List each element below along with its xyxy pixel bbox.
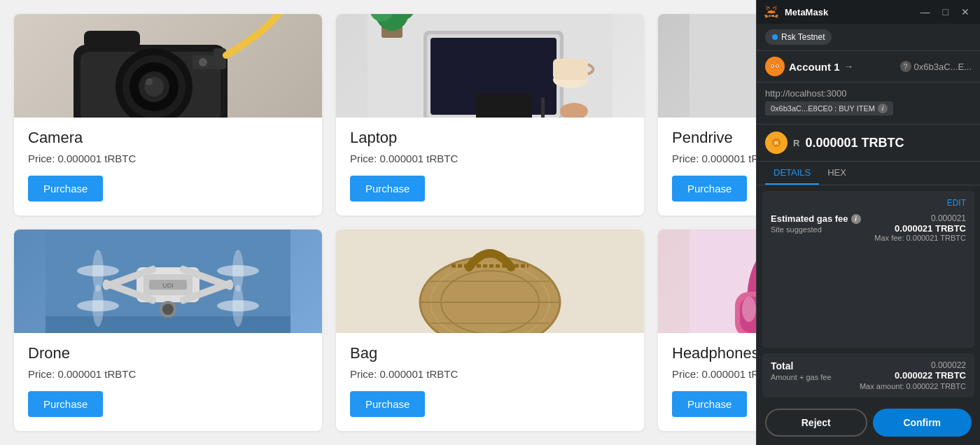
product-info-laptop: Laptop Price: 0.000001 tRBTC Purchase (336, 118, 644, 216)
product-name-drone: Drone (28, 344, 308, 362)
svg-rect-35 (46, 316, 290, 333)
svg-point-49 (232, 285, 244, 327)
svg-point-47 (92, 285, 104, 327)
product-card-camera: Camera Price: 0.000001 tRBTC Purchase (14, 14, 322, 216)
network-label: Rsk Testnet (781, 32, 825, 42)
svg-marker-72 (774, 15, 778, 17)
contract-info-icon: i (878, 104, 888, 113)
gas-fee-label: Estimated gas fee i (771, 213, 861, 224)
svg-marker-77 (771, 15, 774, 17)
account-name: Account 1 (789, 61, 840, 73)
confirm-button[interactable]: Confirm (873, 409, 972, 437)
svg-rect-23 (476, 94, 532, 118)
product-card-bag: Bag Price: 0.000001 tRBTC Purchase (336, 229, 644, 431)
svg-text:UDI: UDI (162, 282, 174, 289)
metamask-logo-icon (764, 4, 779, 20)
product-card-drone: UDI Drone Price: 0.000001 tRBTC Purchase (14, 229, 322, 431)
gas-fee-info-icon: i (851, 214, 861, 224)
origin-url: http://localhost:3000 (765, 88, 846, 99)
product-name-laptop: Laptop (350, 129, 630, 147)
gas-fee-value: 0.000021 0.000021 TRBTC Max fee: 0.00002… (874, 213, 966, 242)
tab-hex[interactable]: HEX (819, 162, 855, 185)
total-label: Total (771, 360, 832, 372)
metamask-account-section: Account 1 → ? 0x6b3aC...E... (757, 51, 980, 83)
rbtc-coin-icon: R (765, 132, 788, 154)
maximize-button[interactable]: □ (939, 5, 952, 19)
svg-rect-8 (84, 31, 140, 48)
total-sublabel: Amount + gas fee (771, 373, 832, 381)
product-price-drone: Price: 0.000001 tRBTC (28, 368, 308, 380)
product-name-bag: Bag (350, 344, 630, 362)
help-icon: ? (900, 61, 911, 72)
account-address: 0x6b3aC...E... (914, 62, 972, 72)
svg-point-7 (146, 78, 153, 85)
product-price-laptop: Price: 0.000001 tRBTC (350, 153, 630, 164)
close-button[interactable]: ✕ (958, 5, 973, 19)
gas-fee-max: Max fee: 0.000021 TRBTC (874, 234, 966, 242)
purchase-button-laptop[interactable]: Purchase (350, 176, 425, 202)
network-indicator-icon (772, 34, 778, 40)
product-image-bag (336, 229, 644, 333)
purchase-button-pendrive[interactable]: Purchase (672, 176, 747, 202)
gas-fee-panel: EDIT Estimated gas fee i Site suggested … (762, 191, 974, 348)
metamask-tabs: DETAILS HEX (757, 162, 980, 185)
svg-marker-73 (764, 15, 769, 17)
product-image-camera (14, 14, 322, 118)
product-price-bag: Price: 0.000001 tRBTC (350, 368, 630, 380)
purchase-button-camera[interactable]: Purchase (28, 176, 103, 202)
metamask-amount-section: R R 0.000001 TRBTC (757, 125, 980, 162)
total-value-small: 0.000022 (860, 360, 966, 370)
reject-button[interactable]: Reject (765, 409, 867, 437)
svg-point-87 (771, 65, 773, 66)
metamask-title: MetaMask (785, 7, 911, 17)
product-name-camera: Camera (28, 129, 308, 147)
svg-point-68 (742, 297, 756, 322)
svg-point-84 (770, 62, 780, 73)
gas-fee-label-text: Estimated gas fee (771, 213, 848, 224)
contract-label: 0x6b3aC...E8CE0 : BUY ITEM (771, 104, 875, 113)
purchase-button-headphones[interactable]: Purchase (672, 391, 747, 417)
svg-rect-24 (541, 97, 545, 118)
svg-rect-9 (214, 48, 226, 69)
svg-text:R: R (774, 140, 778, 146)
product-info-camera: Camera Price: 0.000001 tRBTC Purchase (14, 118, 322, 216)
gas-fee-value-main: 0.000021 TRBTC (874, 223, 966, 234)
product-info-drone: Drone Price: 0.000001 tRBTC Purchase (14, 333, 322, 431)
address-section: ? 0x6b3aC...E... (900, 61, 972, 72)
gas-fee-label-section: Estimated gas fee i Site suggested (771, 213, 861, 234)
edit-link[interactable]: EDIT (771, 198, 966, 208)
gas-fee-row: Estimated gas fee i Site suggested 0.000… (771, 213, 966, 242)
network-badge[interactable]: Rsk Testnet (765, 29, 832, 45)
account-avatar-icon (765, 57, 785, 76)
product-image-drone: UDI (14, 229, 322, 333)
purchase-button-drone[interactable]: Purchase (28, 391, 103, 417)
total-value-main: 0.000022 TRBTC (860, 370, 966, 381)
total-value-section: 0.000022 0.000022 TRBTC Max amount: 0.00… (860, 360, 966, 390)
gas-fee-sublabel: Site suggested (771, 225, 861, 234)
total-row: Total Amount + gas fee 0.000022 0.000022… (771, 360, 966, 390)
svg-rect-22 (553, 59, 588, 80)
tab-details[interactable]: DETAILS (765, 162, 819, 185)
svg-point-51 (162, 304, 174, 315)
currency-r-label: R (793, 138, 799, 148)
product-image-laptop (336, 14, 644, 118)
metamask-panel: MetaMask — □ ✕ Rsk Testnet Account 1 → ?… (756, 0, 980, 445)
transaction-amount: 0.000001 TRBTC (805, 136, 904, 150)
total-max-amount: Max amount: 0.000022 TRBTC (860, 382, 966, 390)
total-panel: Total Amount + gas fee 0.000022 0.000022… (762, 353, 974, 397)
product-info-bag: Bag Price: 0.000001 tRBTC Purchase (336, 333, 644, 431)
svg-point-88 (776, 65, 778, 66)
svg-point-11 (199, 58, 207, 66)
minimize-button[interactable]: — (917, 5, 934, 19)
total-label-section: Total Amount + gas fee (771, 360, 832, 381)
metamask-network-header: Rsk Testnet (757, 24, 980, 51)
metamask-titlebar: MetaMask — □ ✕ (757, 0, 980, 24)
metamask-origin: http://localhost:3000 0x6b3aC...E8CE0 : … (757, 83, 980, 125)
contract-badge: 0x6b3aC...E8CE0 : BUY ITEM i (765, 101, 893, 115)
metamask-actions: Reject Confirm (757, 403, 980, 445)
product-card-laptop: Laptop Price: 0.000001 tRBTC Purchase (336, 14, 644, 216)
arrow-right-icon: → (844, 61, 854, 72)
product-price-camera: Price: 0.000001 tRBTC (28, 153, 308, 164)
purchase-button-bag[interactable]: Purchase (350, 391, 425, 417)
svg-point-80 (769, 10, 773, 13)
